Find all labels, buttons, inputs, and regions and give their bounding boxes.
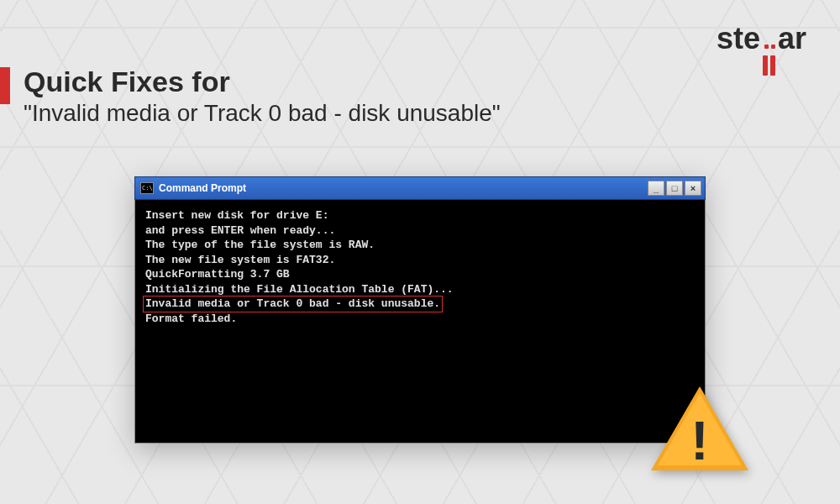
output-line: and press ENTER when ready... — [145, 223, 695, 239]
heading-line-2: "Invalid media or Track 0 bad - disk unu… — [24, 100, 501, 127]
maximize-button[interactable]: □ — [666, 181, 683, 196]
window-titlebar[interactable]: C:\ Command Prompt _ □ × — [134, 176, 706, 200]
heading-accent — [0, 67, 10, 104]
close-button[interactable]: × — [685, 181, 701, 196]
output-line: Initializing the File Allocation Table (… — [145, 282, 695, 297]
brand-logo: ste ar — [717, 21, 806, 76]
heading-line-1: Quick Fixes for — [24, 66, 501, 98]
window-controls: _ □ × — [648, 181, 701, 196]
minimize-button[interactable]: _ — [648, 181, 664, 196]
logo-mark — [762, 45, 776, 76]
output-line: Insert new disk for drive E: — [145, 208, 695, 223]
warning-exclamation: ! — [690, 410, 708, 472]
logo-text-part1: ste — [717, 21, 760, 56]
command-prompt-window: C:\ Command Prompt _ □ × Insert new disk… — [134, 176, 706, 444]
page-heading: Quick Fixes for "Invalid media or Track … — [24, 66, 501, 127]
output-line-highlighted: Invalid media or Track 0 bad - disk unus… — [145, 297, 695, 312]
terminal-output[interactable]: Insert new disk for drive E: and press E… — [134, 200, 706, 444]
cmd-icon: C:\ — [140, 182, 154, 194]
output-line: QuickFormatting 3.7 GB — [145, 267, 695, 282]
warning-icon: ! — [651, 386, 752, 475]
window-title: Command Prompt — [159, 182, 648, 194]
output-line: Format failed. — [145, 312, 695, 327]
output-line: The type of the file system is RAW. — [145, 238, 695, 253]
output-line: The new file system is FAT32. — [145, 253, 695, 268]
logo-text-part2: ar — [778, 21, 806, 56]
